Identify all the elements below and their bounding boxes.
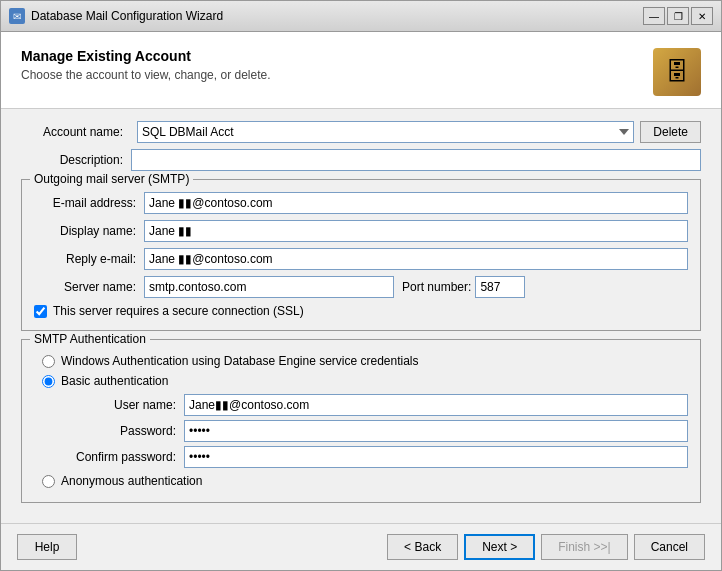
auth-section-title: SMTP Authentication [30, 332, 150, 346]
port-number-label: Port number: [402, 280, 471, 294]
confirm-password-input[interactable] [184, 446, 688, 468]
confirm-password-row: Confirm password: [74, 446, 688, 468]
restore-button[interactable]: ❐ [667, 7, 689, 25]
display-name-label: Display name: [34, 224, 144, 238]
account-name-label: Account name: [21, 125, 131, 139]
basic-auth-row: Basic authentication [42, 374, 688, 388]
description-row: Description: [21, 149, 701, 171]
password-row: Password: [74, 420, 688, 442]
finish-button[interactable]: Finish >>| [541, 534, 627, 560]
help-button[interactable]: Help [17, 534, 77, 560]
page-title: Manage Existing Account [21, 48, 271, 64]
cancel-button[interactable]: Cancel [634, 534, 705, 560]
description-input[interactable] [131, 149, 701, 171]
user-name-row: User name: [74, 394, 688, 416]
windows-auth-radio[interactable] [42, 355, 55, 368]
basic-auth-label[interactable]: Basic authentication [61, 374, 168, 388]
close-button[interactable]: ✕ [691, 7, 713, 25]
delete-button[interactable]: Delete [640, 121, 701, 143]
user-name-input[interactable] [184, 394, 688, 416]
header-text: Manage Existing Account Choose the accou… [21, 48, 271, 82]
email-address-row: E-mail address: [34, 192, 688, 214]
email-address-input[interactable] [144, 192, 688, 214]
footer: Help < Back Next > Finish >>| Cancel [1, 523, 721, 570]
basic-auth-radio[interactable] [42, 375, 55, 388]
reply-email-label: Reply e-mail: [34, 252, 144, 266]
auth-section: SMTP Authentication Windows Authenticati… [21, 339, 701, 503]
footer-left: Help [17, 534, 77, 560]
windows-auth-row: Windows Authentication using Database En… [42, 354, 688, 368]
port-number-input[interactable] [475, 276, 525, 298]
account-name-select[interactable]: SQL DBMail Acct [137, 121, 634, 143]
anonymous-auth-radio[interactable] [42, 475, 55, 488]
display-name-row: Display name: [34, 220, 688, 242]
window-icon: ✉ [9, 8, 25, 24]
reply-email-input[interactable] [144, 248, 688, 270]
auth-section-content: Windows Authentication using Database En… [34, 354, 688, 488]
main-window: ✉ Database Mail Configuration Wizard — ❐… [0, 0, 722, 571]
title-bar: ✉ Database Mail Configuration Wizard — ❐… [1, 1, 721, 32]
windows-auth-label[interactable]: Windows Authentication using Database En… [61, 354, 419, 368]
auth-fields: User name: Password: Confirm password: [74, 394, 688, 468]
minimize-button[interactable]: — [643, 7, 665, 25]
reply-email-row: Reply e-mail: [34, 248, 688, 270]
ssl-checkbox[interactable] [34, 305, 47, 318]
next-button[interactable]: Next > [464, 534, 535, 560]
user-name-label: User name: [74, 398, 184, 412]
smtp-section-title: Outgoing mail server (SMTP) [30, 172, 193, 186]
server-name-row: Server name: Port number: [34, 276, 688, 298]
email-address-label: E-mail address: [34, 196, 144, 210]
header-section: Manage Existing Account Choose the accou… [1, 32, 721, 109]
password-input[interactable] [184, 420, 688, 442]
password-label: Password: [74, 424, 184, 438]
anonymous-auth-label[interactable]: Anonymous authentication [61, 474, 202, 488]
server-name-label: Server name: [34, 280, 144, 294]
content-area: Account name: SQL DBMail Acct Delete Des… [1, 109, 721, 523]
anonymous-auth-row: Anonymous authentication [42, 474, 688, 488]
back-button[interactable]: < Back [387, 534, 458, 560]
ssl-checkbox-label[interactable]: This server requires a secure connection… [53, 304, 304, 318]
account-name-row: Account name: SQL DBMail Acct Delete [21, 121, 701, 143]
server-name-input[interactable] [144, 276, 394, 298]
header-icon: 🗄 [653, 48, 701, 96]
smtp-section-content: E-mail address: Display name: Reply e-ma… [34, 192, 688, 318]
ssl-checkbox-row: This server requires a secure connection… [34, 304, 688, 318]
confirm-password-label: Confirm password: [74, 450, 184, 464]
window-title: Database Mail Configuration Wizard [31, 9, 637, 23]
title-bar-controls: — ❐ ✕ [643, 7, 713, 25]
page-subtitle: Choose the account to view, change, or d… [21, 68, 271, 82]
footer-right: < Back Next > Finish >>| Cancel [387, 534, 705, 560]
display-name-input[interactable] [144, 220, 688, 242]
description-label: Description: [21, 153, 131, 167]
smtp-section: Outgoing mail server (SMTP) E-mail addre… [21, 179, 701, 331]
